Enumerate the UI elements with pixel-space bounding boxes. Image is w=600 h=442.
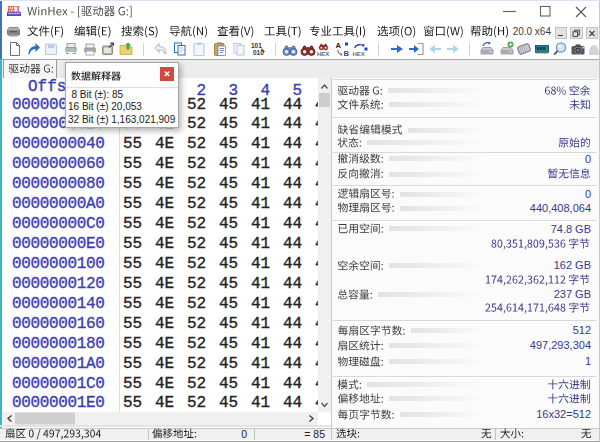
svg-text:HEX: HEX <box>7 5 20 14</box>
svg-text:A: A <box>335 41 341 50</box>
svg-text:HEX: HEX <box>317 51 329 57</box>
svg-text:HEX: HEX <box>353 51 365 57</box>
svg-text:B: B <box>343 49 349 57</box>
svg-text:101: 101 <box>251 42 262 49</box>
svg-text:010: 010 <box>253 49 264 56</box>
